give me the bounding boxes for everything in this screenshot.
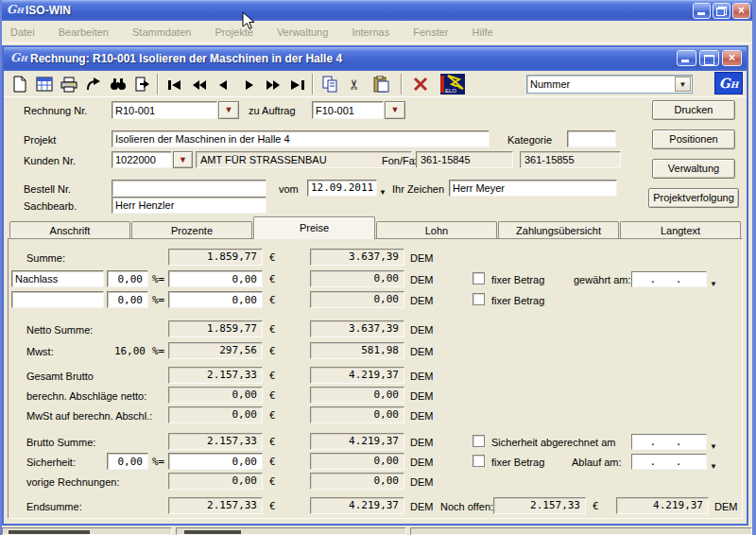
projektverfolgung-button[interactable]: Projektverfolgung: [648, 188, 739, 208]
rechnung-nr-input[interactable]: [112, 101, 217, 119]
nachlass1-pct-input[interactable]: [107, 270, 148, 287]
mwst-eur-field: 297,56: [168, 342, 263, 359]
elo-archive-button[interactable]: ELO: [440, 74, 465, 95]
mwst-label: Mwst:: [26, 343, 54, 360]
dem-unit: DEM: [410, 498, 433, 515]
app-gh-icon: GH: [7, 3, 24, 16]
print-button[interactable]: [59, 74, 79, 95]
ihr-zeichen-input[interactable]: [449, 180, 617, 197]
gh-logo-icon: GH: [719, 76, 738, 91]
tab-preise[interactable]: Preise: [253, 216, 375, 239]
new-document-button[interactable]: [9, 74, 30, 95]
sicherheit-pct-input[interactable]: [107, 453, 148, 470]
sicherheit-fixer-betrag-checkbox[interactable]: [472, 455, 485, 467]
invoice-gh-icon: GH: [10, 51, 27, 64]
rechnung-nr-dropdown-button[interactable]: ▼: [218, 101, 239, 119]
bestell-nr-input[interactable]: [112, 180, 266, 197]
menu-fenster[interactable]: Fenster: [413, 21, 448, 43]
gewaehrt-am-label: gewährt am:: [574, 271, 631, 288]
sicherheit-abgerechnet-checkbox[interactable]: [472, 435, 485, 447]
menu-datei[interactable]: Datei: [10, 21, 35, 43]
nachlass1-name-input[interactable]: [11, 270, 104, 287]
menu-verwaltung[interactable]: Verwaltung: [277, 21, 328, 43]
menu-hilfe[interactable]: Hilfe: [472, 21, 493, 43]
tab-zahlungsuebersicht[interactable]: Zahlungsübersicht: [498, 221, 619, 239]
netto-dem-field: 3.637,39: [310, 320, 404, 337]
sicherheit-eur-input[interactable]: [168, 453, 263, 470]
nav-next-page-button[interactable]: [263, 75, 284, 95]
iso-win-application: GH ISO-WIN × Datei Bearbeiten Stammdaten…: [0, 0, 756, 535]
app-restore-button[interactable]: [713, 3, 730, 19]
cut-button[interactable]: ✂: [344, 74, 365, 95]
date-dropdown-arrow-icon[interactable]: ▼: [710, 443, 717, 451]
redo-button[interactable]: [83, 74, 104, 95]
sachbearb-input[interactable]: [112, 197, 266, 214]
nachlass2-name-input[interactable]: [11, 291, 104, 308]
kunden-nr-dropdown-button[interactable]: ▼: [173, 151, 193, 168]
sicherheit-abgerechnet-date-field[interactable]: . .: [631, 434, 707, 450]
gesamt-brutto-label: Gesamt Brutto: [26, 368, 94, 385]
nav-first-button[interactable]: [164, 75, 185, 95]
table-button[interactable]: [34, 74, 55, 95]
ablauf-am-label: Ablauf am:: [572, 454, 622, 471]
vorige-dem-field: 0,00: [310, 473, 404, 490]
summe-eur-field: 1.859,77: [168, 249, 263, 266]
zu-auftrag-input[interactable]: [312, 101, 384, 119]
positionen-button[interactable]: Positionen: [652, 129, 735, 149]
fon-field: 361-15845: [416, 151, 513, 168]
date-dropdown-arrow-icon[interactable]: ▼: [379, 189, 387, 197]
dem-unit: DEM: [410, 454, 433, 471]
verwaltung-button[interactable]: Verwaltung: [652, 159, 735, 179]
tab-anschrift[interactable]: Anschrift: [9, 221, 130, 239]
kategorie-input[interactable]: [567, 130, 616, 147]
nachlass1-eur-input[interactable]: [168, 270, 263, 287]
projekt-input[interactable]: [112, 130, 490, 147]
dem-unit: DEM: [410, 343, 433, 360]
mwst-abschlaege-label: MwSt auf berechn. Abschl.:: [26, 407, 152, 424]
date-dropdown-arrow-icon[interactable]: ▼: [710, 463, 717, 471]
invoice-maximize-button[interactable]: [699, 50, 719, 66]
mwst-abschlaege-dem-field: 0,00: [310, 406, 404, 423]
nachlass2-fixer-betrag-checkbox[interactable]: [472, 293, 485, 305]
app-minimize-button[interactable]: [693, 3, 711, 19]
nav-prev-page-button[interactable]: [189, 75, 210, 95]
date-dropdown-arrow-icon[interactable]: ▼: [710, 281, 717, 288]
eur-unit: €: [269, 498, 276, 515]
filter-dropdown-button[interactable]: ▼: [675, 77, 691, 92]
toolbar-separator: [157, 74, 159, 95]
gewaehrt-am-date-field[interactable]: . .: [631, 271, 707, 287]
nachlass1-fixer-betrag-checkbox[interactable]: [472, 272, 485, 285]
menu-stammdaten[interactable]: Stammdaten: [132, 21, 191, 43]
exit-button[interactable]: [132, 74, 153, 95]
nachlass2-pct-input[interactable]: [107, 291, 148, 308]
noch-offen-dem-field: 4.219,37: [616, 497, 709, 514]
nachlass2-eur-input[interactable]: [168, 291, 263, 308]
delete-button[interactable]: [410, 74, 431, 95]
vom-date-field[interactable]: 12.09.2011: [307, 180, 377, 197]
filter-combobox[interactable]: Nummer ▼: [526, 75, 693, 94]
dem-unit: DEM: [410, 321, 433, 338]
invoice-minimize-button[interactable]: [677, 50, 696, 66]
tab-prozente[interactable]: Prozente: [131, 221, 252, 239]
drucken-button[interactable]: Drucken: [652, 100, 735, 120]
ablauf-am-date-field[interactable]: . .: [631, 454, 707, 470]
kunden-nr-label: Kunden Nr.: [24, 152, 76, 169]
invoice-close-button[interactable]: ×: [722, 50, 742, 66]
menu-bearbeiten[interactable]: Bearbeiten: [59, 21, 109, 43]
paste-button[interactable]: [370, 74, 391, 95]
kunden-nr-input[interactable]: [112, 151, 172, 168]
nav-prev-button[interactable]: [214, 75, 234, 95]
gh-logo-button[interactable]: GH: [714, 72, 743, 95]
app-close-button[interactable]: ×: [732, 3, 750, 19]
tab-langtext[interactable]: Langtext: [620, 221, 741, 239]
status-bar-segment: [176, 527, 406, 535]
nav-next-button[interactable]: [238, 75, 259, 95]
zu-auftrag-dropdown-button[interactable]: ▼: [385, 101, 405, 119]
menu-internas[interactable]: Internas: [352, 21, 389, 43]
toolbar: ✂ ELO Nummer ▼ GH: [4, 71, 747, 97]
search-button[interactable]: [108, 74, 129, 95]
tab-lohn[interactable]: Lohn: [376, 221, 497, 239]
copy-button[interactable]: [319, 74, 340, 95]
eur-unit: €: [269, 292, 276, 309]
nav-last-button[interactable]: [287, 75, 308, 95]
